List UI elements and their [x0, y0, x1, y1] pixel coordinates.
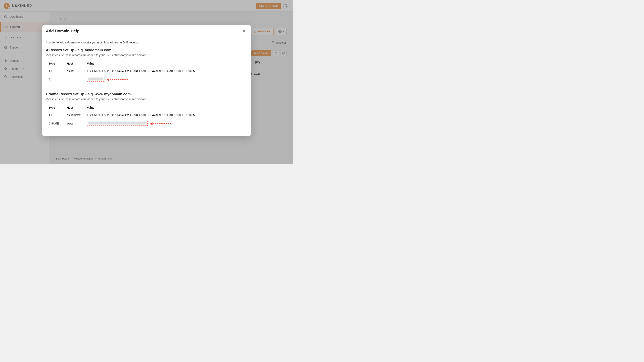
table-row: TXT asuid EBC85136FF502E0D7854542C2DF994… [46, 67, 247, 75]
modal-header: Add Domain Help [42, 25, 251, 37]
cell-value: ◀ [84, 75, 247, 84]
cell-host: asuid [64, 67, 84, 75]
arrow-line [153, 123, 171, 124]
cell-type: TXT [46, 67, 64, 75]
cname-subtext: Please ensure these records are added to… [46, 97, 247, 101]
cell-type: CNAME [46, 119, 64, 128]
table-row: CNAME www ◀ [46, 119, 247, 128]
cell-value: ◀ [84, 119, 247, 128]
arrow-head-icon: ◀ [150, 121, 152, 126]
close-icon [242, 29, 246, 33]
arrow-annotation: ◀ [150, 121, 171, 126]
table-row: A ◀ [46, 75, 247, 84]
cname-section: CName Record Set Up - e.g. www.mydomain.… [46, 92, 247, 128]
modal-body: In order to add a domain to your site yo… [42, 37, 251, 136]
arrow-head-icon: ◀ [106, 77, 109, 82]
cell-host [64, 75, 84, 84]
a-record-heading: A Record Set Up - e.g. mydomain.com [46, 48, 247, 52]
cell-type: TXT [46, 111, 64, 119]
cell-type: A [46, 75, 64, 84]
modal-intro: In order to add a domain to your site yo… [46, 41, 247, 44]
table-header-value: Value [84, 60, 247, 67]
redacted-content [88, 122, 146, 124]
table-header-value: Value [84, 104, 247, 111]
a-record-subtext: Please ensure these records are added to… [46, 53, 247, 57]
cell-host: asuid.www [64, 111, 84, 119]
close-button[interactable] [242, 28, 247, 33]
cname-table: Type Host Value TXT asuid.www EBC85136FF… [46, 104, 247, 128]
cname-heading: CName Record Set Up - e.g. www.mydomain.… [46, 92, 247, 96]
redacted-a-record-value: ◀ [87, 77, 104, 82]
cell-host: www [64, 119, 84, 128]
table-row: TXT asuid.www EBC85136FF502E0D7854542C2D… [46, 111, 247, 119]
arrow-annotation: ◀ [106, 77, 128, 82]
table-header-type: Type [46, 104, 64, 111]
cell-value: EBC85136FF502E0D7854542C2DF994CF578E0764… [84, 111, 247, 119]
arrow-line [110, 79, 128, 80]
modal-overlay[interactable]: Add Domain Help In order to add a domain… [0, 0, 293, 164]
redacted-content [88, 78, 103, 80]
table-header-host: Host [64, 104, 84, 111]
table-header-host: Host [64, 60, 84, 67]
table-header-type: Type [46, 60, 64, 67]
add-domain-help-modal: Add Domain Help In order to add a domain… [42, 25, 251, 136]
modal-title: Add Domain Help [46, 29, 80, 33]
redacted-cname-value: ◀ [87, 121, 148, 126]
cell-value: EBC85136FF502E0D7854542C2DF994CF578E0764… [84, 67, 247, 75]
a-record-table: Type Host Value TXT asuid EBC85136FF502E… [46, 60, 247, 84]
